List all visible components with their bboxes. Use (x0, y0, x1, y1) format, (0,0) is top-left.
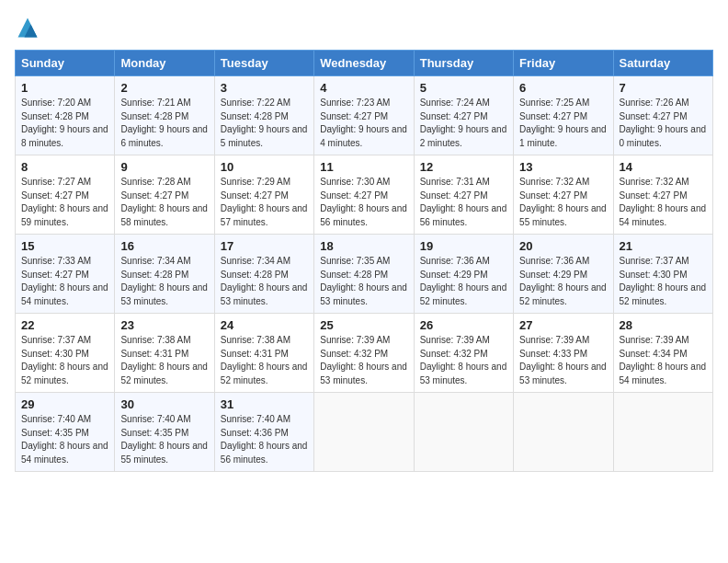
calendar-cell: 19 Sunrise: 7:36 AMSunset: 4:29 PMDaylig… (414, 235, 513, 314)
calendar-cell (314, 393, 414, 472)
calendar-cell: 14 Sunrise: 7:32 AMSunset: 4:27 PMDaylig… (613, 155, 712, 235)
day-info: Sunrise: 7:28 AMSunset: 4:27 PMDaylight:… (120, 176, 208, 229)
calendar-cell: 28 Sunrise: 7:39 AMSunset: 4:34 PMDaylig… (613, 314, 712, 393)
day-number: 24 (221, 318, 308, 332)
day-info: Sunrise: 7:34 AMSunset: 4:28 PMDaylight:… (221, 255, 308, 308)
day-number: 22 (21, 318, 108, 332)
calendar-cell: 8 Sunrise: 7:27 AMSunset: 4:27 PMDayligh… (16, 155, 115, 235)
day-info: Sunrise: 7:37 AMSunset: 4:30 PMDaylight:… (620, 255, 707, 308)
day-info: Sunrise: 7:29 AMSunset: 4:27 PMDaylight:… (221, 176, 308, 229)
day-info: Sunrise: 7:38 AMSunset: 4:31 PMDaylight:… (120, 334, 208, 387)
day-number: 27 (519, 318, 607, 332)
day-number: 7 (620, 81, 707, 95)
day-info: Sunrise: 7:35 AMSunset: 4:28 PMDaylight:… (320, 255, 407, 308)
day-number: 21 (620, 239, 707, 253)
day-info: Sunrise: 7:25 AMSunset: 4:27 PMDaylight:… (519, 97, 607, 150)
day-info: Sunrise: 7:32 AMSunset: 4:27 PMDaylight:… (519, 176, 607, 229)
calendar-cell: 1 Sunrise: 7:20 AMSunset: 4:28 PMDayligh… (16, 76, 115, 155)
day-info: Sunrise: 7:36 AMSunset: 4:29 PMDaylight:… (420, 255, 507, 308)
day-number: 31 (221, 397, 308, 411)
calendar-cell (613, 393, 712, 472)
calendar-week-5: 29 Sunrise: 7:40 AMSunset: 4:35 PMDaylig… (16, 393, 713, 472)
calendar-cell: 2 Sunrise: 7:21 AMSunset: 4:28 PMDayligh… (115, 76, 214, 155)
day-info: Sunrise: 7:40 AMSunset: 4:36 PMDaylight:… (221, 413, 308, 466)
calendar-cell: 24 Sunrise: 7:38 AMSunset: 4:31 PMDaylig… (214, 314, 313, 393)
day-info: Sunrise: 7:37 AMSunset: 4:30 PMDaylight:… (21, 334, 108, 387)
calendar-cell: 29 Sunrise: 7:40 AMSunset: 4:35 PMDaylig… (16, 393, 115, 472)
calendar-cell: 25 Sunrise: 7:39 AMSunset: 4:32 PMDaylig… (314, 314, 414, 393)
day-info: Sunrise: 7:21 AMSunset: 4:28 PMDaylight:… (120, 97, 208, 150)
calendar-week-3: 15 Sunrise: 7:33 AMSunset: 4:27 PMDaylig… (16, 235, 713, 314)
calendar-week-2: 8 Sunrise: 7:27 AMSunset: 4:27 PMDayligh… (16, 155, 713, 235)
calendar-week-1: 1 Sunrise: 7:20 AMSunset: 4:28 PMDayligh… (16, 76, 713, 155)
day-number: 10 (221, 160, 308, 174)
weekday-header-thursday: Thursday (414, 51, 513, 76)
calendar-cell: 16 Sunrise: 7:34 AMSunset: 4:28 PMDaylig… (115, 235, 214, 314)
calendar-header: SundayMondayTuesdayWednesdayThursdayFrid… (16, 51, 713, 76)
day-info: Sunrise: 7:24 AMSunset: 4:27 PMDaylight:… (420, 97, 507, 150)
day-number: 1 (21, 81, 108, 95)
day-info: Sunrise: 7:38 AMSunset: 4:31 PMDaylight:… (221, 334, 308, 387)
calendar-cell: 12 Sunrise: 7:31 AMSunset: 4:27 PMDaylig… (414, 155, 513, 235)
day-number: 9 (120, 160, 208, 174)
calendar-cell: 20 Sunrise: 7:36 AMSunset: 4:29 PMDaylig… (514, 235, 613, 314)
day-number: 17 (221, 239, 308, 253)
weekday-header-wednesday: Wednesday (314, 51, 414, 76)
calendar-cell: 21 Sunrise: 7:37 AMSunset: 4:30 PMDaylig… (613, 235, 712, 314)
day-info: Sunrise: 7:23 AMSunset: 4:27 PMDaylight:… (320, 97, 407, 150)
day-number: 30 (120, 397, 208, 411)
weekday-header-saturday: Saturday (613, 51, 712, 76)
weekday-header-tuesday: Tuesday (214, 51, 313, 76)
calendar-cell: 7 Sunrise: 7:26 AMSunset: 4:27 PMDayligh… (613, 76, 712, 155)
weekday-header-monday: Monday (115, 51, 214, 76)
calendar-cell: 10 Sunrise: 7:29 AMSunset: 4:27 PMDaylig… (214, 155, 313, 235)
day-info: Sunrise: 7:39 AMSunset: 4:33 PMDaylight:… (519, 334, 607, 387)
calendar-cell: 27 Sunrise: 7:39 AMSunset: 4:33 PMDaylig… (514, 314, 613, 393)
day-info: Sunrise: 7:36 AMSunset: 4:29 PMDaylight:… (519, 255, 607, 308)
calendar-cell: 15 Sunrise: 7:33 AMSunset: 4:27 PMDaylig… (16, 235, 115, 314)
day-number: 3 (221, 81, 308, 95)
day-number: 23 (120, 318, 208, 332)
logo-icon (15, 15, 40, 40)
weekday-header-sunday: Sunday (16, 51, 115, 76)
day-info: Sunrise: 7:39 AMSunset: 4:34 PMDaylight:… (620, 334, 707, 387)
calendar-week-4: 22 Sunrise: 7:37 AMSunset: 4:30 PMDaylig… (16, 314, 713, 393)
day-number: 28 (620, 318, 707, 332)
weekday-header-friday: Friday (514, 51, 613, 76)
day-number: 11 (320, 160, 407, 174)
calendar-cell: 4 Sunrise: 7:23 AMSunset: 4:27 PMDayligh… (314, 76, 414, 155)
day-info: Sunrise: 7:32 AMSunset: 4:27 PMDaylight:… (620, 176, 707, 229)
calendar-cell: 18 Sunrise: 7:35 AMSunset: 4:28 PMDaylig… (314, 235, 414, 314)
day-number: 14 (620, 160, 707, 174)
calendar-cell: 31 Sunrise: 7:40 AMSunset: 4:36 PMDaylig… (214, 393, 313, 472)
day-number: 15 (21, 239, 108, 253)
day-info: Sunrise: 7:22 AMSunset: 4:28 PMDaylight:… (221, 97, 308, 150)
calendar-table: SundayMondayTuesdayWednesdayThursdayFrid… (15, 50, 713, 472)
calendar-cell (514, 393, 613, 472)
day-info: Sunrise: 7:40 AMSunset: 4:35 PMDaylight:… (21, 413, 108, 466)
calendar-cell: 9 Sunrise: 7:28 AMSunset: 4:27 PMDayligh… (115, 155, 214, 235)
calendar-cell: 17 Sunrise: 7:34 AMSunset: 4:28 PMDaylig… (214, 235, 313, 314)
calendar-cell: 22 Sunrise: 7:37 AMSunset: 4:30 PMDaylig… (16, 314, 115, 393)
day-number: 18 (320, 239, 407, 253)
day-info: Sunrise: 7:31 AMSunset: 4:27 PMDaylight:… (420, 176, 507, 229)
calendar-body: 1 Sunrise: 7:20 AMSunset: 4:28 PMDayligh… (16, 76, 713, 472)
day-number: 29 (21, 397, 108, 411)
logo (15, 15, 44, 40)
day-number: 6 (519, 81, 607, 95)
day-number: 8 (21, 160, 108, 174)
day-info: Sunrise: 7:39 AMSunset: 4:32 PMDaylight:… (420, 334, 507, 387)
day-number: 13 (519, 160, 607, 174)
day-info: Sunrise: 7:39 AMSunset: 4:32 PMDaylight:… (320, 334, 407, 387)
day-number: 20 (519, 239, 607, 253)
day-info: Sunrise: 7:40 AMSunset: 4:35 PMDaylight:… (120, 413, 208, 466)
day-info: Sunrise: 7:20 AMSunset: 4:28 PMDaylight:… (21, 97, 108, 150)
calendar-cell: 26 Sunrise: 7:39 AMSunset: 4:32 PMDaylig… (414, 314, 513, 393)
weekday-header-row: SundayMondayTuesdayWednesdayThursdayFrid… (16, 51, 713, 76)
page-header (15, 15, 713, 40)
day-info: Sunrise: 7:34 AMSunset: 4:28 PMDaylight:… (120, 255, 208, 308)
day-info: Sunrise: 7:33 AMSunset: 4:27 PMDaylight:… (21, 255, 108, 308)
calendar-cell: 13 Sunrise: 7:32 AMSunset: 4:27 PMDaylig… (514, 155, 613, 235)
day-number: 26 (420, 318, 507, 332)
calendar-cell (414, 393, 513, 472)
